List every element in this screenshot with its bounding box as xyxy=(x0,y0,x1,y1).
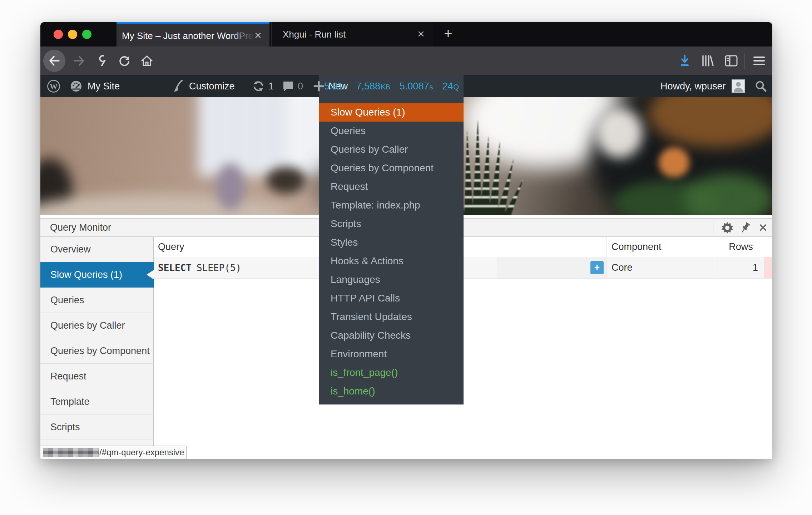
hamburger-icon xyxy=(753,56,765,66)
customize-menu[interactable]: Customize xyxy=(173,75,235,97)
customize-label: Customize xyxy=(189,81,235,92)
qm-menu-capability-checks[interactable]: Capability Checks xyxy=(319,326,464,345)
qm-adminbar-dropdown: Slow Queries (1) Queries Queries by Call… xyxy=(319,97,464,404)
updates-count: 1 xyxy=(268,81,274,92)
site-dashboard-icon xyxy=(70,80,83,93)
qm-menu-styles[interactable]: Styles xyxy=(319,233,464,252)
qm-stat-memory: 7,588KB xyxy=(356,81,390,92)
forward-button[interactable] xyxy=(71,46,87,75)
qm-nav-queries[interactable]: Queries xyxy=(40,288,154,313)
qm-stat-query-count: 24Q xyxy=(442,81,459,92)
qm-menu-is-front-page[interactable]: is_front_page() xyxy=(319,363,464,382)
qm-menu-hooks-actions[interactable]: Hooks & Actions xyxy=(319,252,464,270)
tab-title: Xhgui - Run list xyxy=(283,22,401,46)
tab-close-icon[interactable]: × xyxy=(252,24,264,48)
download-icon xyxy=(679,55,690,67)
tab-bar: My Site – Just another WordPress si × Xh… xyxy=(40,22,772,46)
qm-nav-menu: Overview Slow Queries (1) Queries Querie… xyxy=(40,237,154,459)
bokeh-light xyxy=(659,147,689,178)
home-button[interactable] xyxy=(138,46,156,75)
browser-window: My Site – Just another WordPress si × Xh… xyxy=(40,22,772,459)
status-bar: /#qm-query-expensive xyxy=(40,446,187,459)
wp-logo-menu[interactable]: W xyxy=(47,75,60,97)
qm-menu-queries-by-caller[interactable]: Queries by Caller xyxy=(319,140,464,159)
status-link-text: /#qm-query-expensive xyxy=(99,447,184,457)
qm-menu-http-api-calls[interactable]: HTTP API Calls xyxy=(319,289,464,308)
menu-button[interactable] xyxy=(749,46,769,75)
qm-nav-queries-by-component[interactable]: Queries by Component xyxy=(40,338,154,364)
qm-pin-button[interactable] xyxy=(737,219,754,237)
qm-stat-time: 5.91s xyxy=(324,81,347,92)
wrench-icon xyxy=(95,55,107,67)
reload-button[interactable] xyxy=(115,46,133,75)
sidebar-toggle-button[interactable] xyxy=(722,46,741,75)
account-menu[interactable]: Howdy, wpuser xyxy=(660,75,745,97)
expand-toggle-button[interactable]: + xyxy=(590,261,604,274)
wp-admin-bar: W My Site Customize xyxy=(40,75,772,97)
window-zoom-button[interactable] xyxy=(82,30,91,39)
qm-menu-environment[interactable]: Environment xyxy=(319,345,464,363)
tab-close-icon[interactable]: × xyxy=(415,22,427,46)
column-header-component[interactable]: Component xyxy=(606,237,718,257)
qm-menu-queries-by-component[interactable]: Queries by Component xyxy=(319,159,464,177)
my-site-label: My Site xyxy=(88,81,120,92)
qm-settings-button[interactable] xyxy=(719,219,736,237)
my-site-menu[interactable]: My Site xyxy=(70,75,120,97)
back-icon xyxy=(48,55,60,66)
search-button[interactable] xyxy=(754,75,767,97)
window-minimize-button[interactable] xyxy=(68,30,77,39)
tab-title-fade xyxy=(229,25,254,46)
svg-text:W: W xyxy=(50,82,58,91)
new-tab-button[interactable]: + xyxy=(438,22,458,46)
avatar xyxy=(732,79,745,93)
comments-count: 0 xyxy=(298,81,303,92)
forward-icon xyxy=(73,55,85,66)
reload-icon xyxy=(118,55,130,67)
qm-nav-scripts[interactable]: Scripts xyxy=(40,415,154,440)
qm-menu-template[interactable]: Template: index.php xyxy=(319,196,464,215)
qm-menu-scripts[interactable]: Scripts xyxy=(319,215,464,233)
window-close-button[interactable] xyxy=(54,30,63,39)
column-header-time[interactable]: Time xyxy=(764,237,772,257)
pin-icon xyxy=(739,222,751,234)
back-button[interactable] xyxy=(43,50,65,72)
updates-menu[interactable]: 1 xyxy=(252,75,274,97)
comments-menu[interactable]: 0 xyxy=(282,75,303,97)
gear-icon xyxy=(721,222,733,234)
sql-rest: SLEEP(5) xyxy=(197,263,241,273)
caller-cell: + xyxy=(497,257,606,279)
comments-bubble-icon xyxy=(282,80,294,92)
downloads-button[interactable] xyxy=(675,46,694,75)
tab-xhgui[interactable]: Xhgui - Run list × xyxy=(271,22,433,46)
qm-menu-transient-updates[interactable]: Transient Updates xyxy=(319,308,464,326)
time-cell: 5.0008 xyxy=(764,257,772,279)
qm-nav-queries-by-caller[interactable]: Queries by Caller xyxy=(40,313,154,338)
library-button[interactable] xyxy=(698,46,717,75)
search-icon xyxy=(754,80,767,93)
qm-menu-slow-queries[interactable]: Slow Queries (1) xyxy=(319,103,464,122)
qm-nav-template[interactable]: Template xyxy=(40,389,154,415)
rows-cell: 1 xyxy=(718,257,764,279)
library-icon xyxy=(701,55,714,67)
qm-stat-query-time: 5.0087s xyxy=(400,81,433,92)
qm-nav-overview[interactable]: Overview xyxy=(40,237,154,262)
qm-panel-title: Query Monitor xyxy=(50,219,111,237)
toolbar-separator xyxy=(744,53,745,69)
column-header-rows[interactable]: Rows xyxy=(718,237,764,257)
qm-nav-slow-queries[interactable]: Slow Queries (1) xyxy=(40,262,154,288)
howdy-label: Howdy, wpuser xyxy=(660,81,726,92)
customize-brush-icon xyxy=(173,80,185,93)
tools-button[interactable] xyxy=(93,46,110,75)
qm-menu-languages[interactable]: Languages xyxy=(319,270,464,289)
qm-close-button[interactable]: ✕ xyxy=(754,219,772,237)
qm-nav-request[interactable]: Request xyxy=(40,364,154,389)
component-cell: Core xyxy=(606,257,718,279)
updates-icon xyxy=(252,80,265,93)
qm-menu-queries[interactable]: Queries xyxy=(319,122,464,140)
qm-menu-is-home[interactable]: is_home() xyxy=(319,382,464,401)
redacted-domain-text xyxy=(43,448,99,457)
qm-adminbar-stats[interactable]: 5.91s 7,588KB 5.0087s 24Q xyxy=(319,75,464,97)
qm-menu-request[interactable]: Request xyxy=(319,177,464,196)
sql-keyword: SELECT xyxy=(158,263,192,273)
tab-my-site[interactable]: My Site – Just another WordPress si × xyxy=(117,22,269,46)
